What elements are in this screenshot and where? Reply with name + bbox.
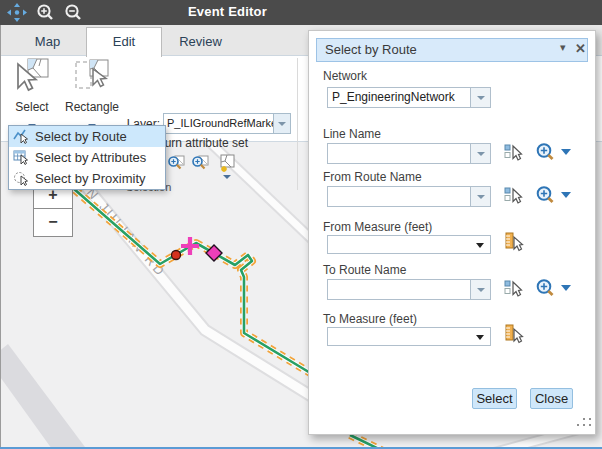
dropdown-button[interactable] [470, 187, 490, 206]
network-value: P_EngineeringNetwork [332, 90, 467, 104]
to-measure-combobox[interactable] [327, 327, 491, 346]
from-route-name-combobox[interactable] [327, 186, 491, 207]
measure-on-map-icon[interactable] [504, 324, 524, 348]
select-dropdown-menu: Select by Route Select by Attributes Sel… [8, 125, 166, 190]
zoom-dropdown-icon[interactable] [535, 142, 573, 166]
tab-edit[interactable]: Edit [86, 27, 162, 57]
window-left-border [0, 25, 1, 449]
chevron-down-icon [476, 243, 484, 248]
chevron-down-icon [477, 152, 485, 156]
panel-title: Select by Route [325, 42, 417, 57]
panel-collapse-icon[interactable]: ▾ [560, 41, 566, 54]
select-button[interactable]: Select [472, 388, 517, 409]
zoom-to-selection-icon[interactable] [167, 154, 185, 172]
panel-resize-handle[interactable] [577, 418, 593, 429]
pan-icon[interactable] [7, 3, 27, 22]
chevron-down-icon [223, 175, 231, 179]
dropdown-button[interactable] [470, 280, 490, 299]
dropdown-button[interactable] [470, 144, 490, 163]
line-name-combobox[interactable] [327, 143, 491, 164]
zoom-dropdown-icon[interactable] [535, 278, 573, 302]
select-tool-button[interactable]: Select [6, 57, 58, 132]
pick-on-map-icon[interactable] [504, 186, 523, 209]
zoom-in-icon[interactable] [35, 3, 55, 22]
menu-item-label: Select by Proximity [35, 171, 146, 186]
chevron-down-icon [477, 288, 485, 292]
titlebar: Event Editor [0, 0, 602, 25]
close-button[interactable]: Close [530, 388, 573, 409]
chevron-down-icon [278, 122, 286, 126]
line-name-label: Line Name [323, 127, 381, 141]
event-point-marker[interactable] [172, 251, 181, 260]
menu-item-select-by-route[interactable]: Select by Route [9, 126, 165, 147]
select-by-route-panel: Select by Route ▾ ✕ Network P_Engineerin… [308, 30, 596, 435]
zoom-to-feature-icon[interactable] [191, 154, 209, 172]
tab-map[interactable]: Map [10, 29, 85, 55]
to-route-name-combobox[interactable] [327, 279, 491, 300]
tab-review[interactable]: Review [161, 29, 240, 55]
rectangle-tool-button[interactable]: Rectangle [63, 57, 121, 132]
dropdown-button[interactable] [470, 88, 490, 107]
measure-on-map-icon[interactable] [504, 232, 524, 256]
menu-item-label: Select by Route [35, 129, 127, 144]
pick-on-map-icon[interactable] [504, 143, 523, 166]
from-route-name-label: From Route Name [323, 170, 422, 184]
zoom-out-icon[interactable] [63, 3, 83, 22]
app-title: Event Editor [188, 4, 268, 19]
chevron-down-icon [477, 195, 485, 199]
from-measure-label: From Measure (feet) [323, 220, 432, 234]
zoom-dropdown-icon[interactable] [535, 185, 573, 209]
select-by-route-icon [13, 128, 29, 144]
ribbon-group-divider [297, 58, 298, 190]
panel-header[interactable]: Select by Route ▾ ✕ [316, 38, 588, 62]
select-by-attributes-icon [13, 149, 29, 165]
from-measure-combobox[interactable] [327, 235, 491, 254]
chevron-down-icon [477, 96, 485, 100]
network-label: Network [323, 69, 367, 83]
layer-combobox[interactable]: P_ILIGroundRefMarkers [163, 113, 276, 134]
pick-on-map-icon[interactable] [504, 279, 523, 302]
network-combobox[interactable]: P_EngineeringNetwork [327, 87, 491, 108]
rectangle-tool-label: Rectangle [63, 100, 121, 114]
chevron-down-icon [476, 335, 484, 340]
menu-item-label: Select by Attributes [35, 150, 146, 165]
select-by-proximity-icon [13, 170, 29, 186]
menu-item-select-by-attributes[interactable]: Select by Attributes [9, 147, 165, 168]
layer-dropdown-button[interactable] [273, 113, 291, 134]
select-tool-icon [13, 57, 51, 95]
selection-options-icon[interactable] [217, 154, 235, 172]
map-zoom-out-button[interactable]: − [33, 209, 73, 237]
close-icon[interactable]: ✕ [575, 41, 586, 56]
to-route-name-label: To Route Name [323, 263, 406, 277]
rectangle-tool-icon [73, 57, 111, 95]
to-measure-label: To Measure (feet) [323, 312, 417, 326]
select-tool-label: Select [6, 100, 58, 114]
menu-item-select-by-proximity[interactable]: Select by Proximity [9, 168, 165, 189]
